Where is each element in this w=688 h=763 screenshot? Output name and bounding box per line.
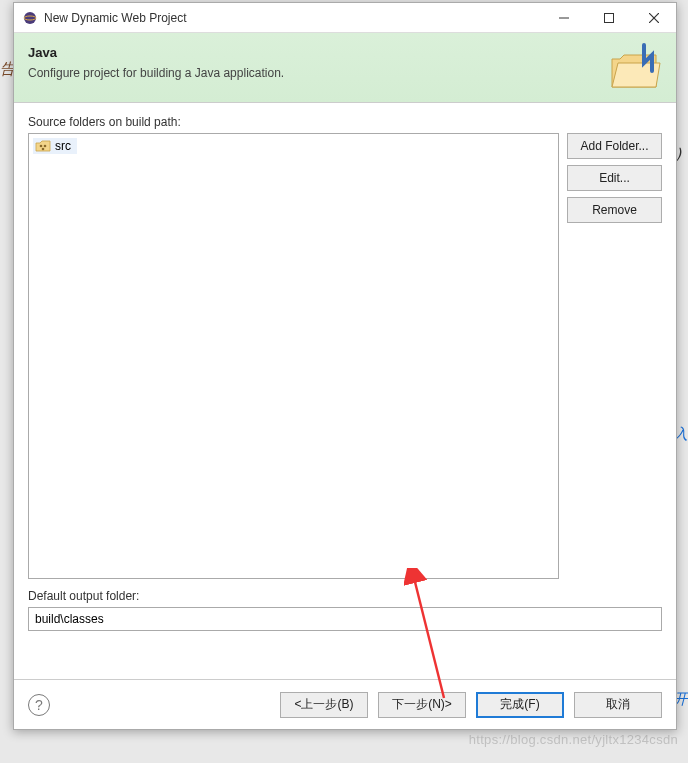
output-folder-label: Default output folder: xyxy=(28,589,662,603)
output-folder-input[interactable] xyxy=(28,607,662,631)
svg-point-0 xyxy=(24,12,36,24)
edit-button[interactable]: Edit... xyxy=(567,165,662,191)
svg-point-7 xyxy=(44,145,47,148)
titlebar[interactable]: New Dynamic Web Project xyxy=(14,3,676,33)
banner-subtitle: Configure project for building a Java ap… xyxy=(28,66,662,80)
tree-item-label: src xyxy=(55,139,71,153)
source-folders-label: Source folders on build path: xyxy=(28,115,662,129)
package-folder-icon xyxy=(35,139,51,153)
svg-rect-3 xyxy=(604,13,613,22)
source-folders-tree[interactable]: src xyxy=(28,133,559,579)
minimize-button[interactable] xyxy=(541,3,586,32)
watermark-text: https://blog.csdn.net/yjltx1234csdn xyxy=(469,732,678,747)
wizard-banner: Java Configure project for building a Ja… xyxy=(14,33,676,103)
tree-item-src[interactable]: src xyxy=(33,138,77,154)
svg-point-6 xyxy=(40,145,43,148)
wizard-footer: ? <上一步(B) 下一步(N)> 完成(F) 取消 xyxy=(14,679,676,729)
banner-title: Java xyxy=(28,45,662,60)
help-icon[interactable]: ? xyxy=(28,694,50,716)
dialog-window: New Dynamic Web Project Java Configure p… xyxy=(13,2,677,730)
finish-button[interactable]: 完成(F) xyxy=(476,692,564,718)
next-button[interactable]: 下一步(N)> xyxy=(378,692,466,718)
window-title: New Dynamic Web Project xyxy=(44,11,541,25)
remove-button[interactable]: Remove xyxy=(567,197,662,223)
close-button[interactable] xyxy=(631,3,676,32)
back-button[interactable]: <上一步(B) xyxy=(280,692,368,718)
cancel-button[interactable]: 取消 xyxy=(574,692,662,718)
eclipse-icon xyxy=(22,10,38,26)
folder-java-icon xyxy=(608,41,664,93)
maximize-button[interactable] xyxy=(586,3,631,32)
svg-point-8 xyxy=(42,148,45,151)
add-folder-button[interactable]: Add Folder... xyxy=(567,133,662,159)
